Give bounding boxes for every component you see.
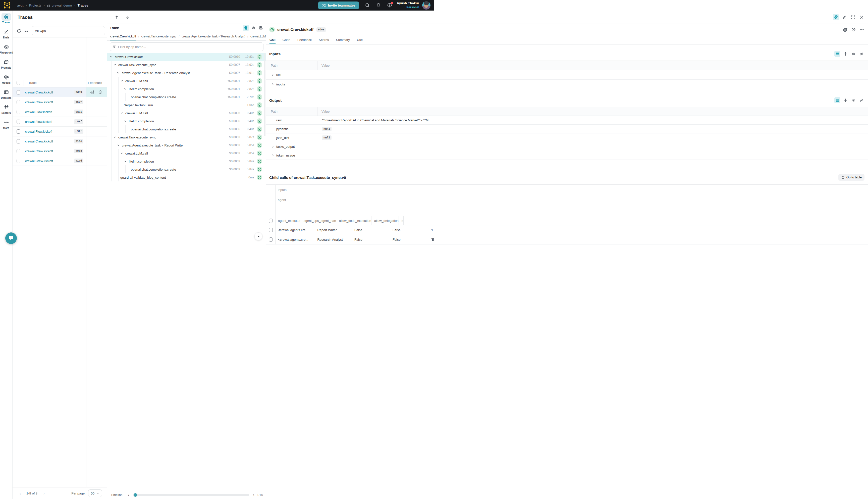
call-tree-row[interactable]: openai.chat.completions.create <$0.0001 … <box>107 93 266 101</box>
table-row[interactable]: crewai.Flow.kickoff c59f <box>13 117 107 126</box>
tab[interactable]: Use <box>357 36 363 44</box>
op-name-filter[interactable] <box>110 42 263 51</box>
call-tree-row[interactable]: crewai.Agent.execute_task - 'Research An… <box>107 69 266 77</box>
tab[interactable]: Code <box>282 36 290 44</box>
row-checkbox[interactable] <box>16 149 20 153</box>
row-checkbox[interactable] <box>269 228 273 232</box>
output-row[interactable]: pydantic null <box>266 125 434 133</box>
notifications-bell-icon[interactable] <box>376 3 381 8</box>
flame-graph-icon[interactable] <box>258 25 264 31</box>
trace-link[interactable]: crewai.Crew.kickoff <box>25 139 53 143</box>
chevron-down-icon[interactable] <box>116 143 120 147</box>
trace-link[interactable]: crewai.Flow.kickoff <box>25 110 52 114</box>
user-avatar[interactable] <box>422 1 431 10</box>
output-row[interactable]: tasks_output <box>266 142 434 151</box>
table-row[interactable]: crewai.Crew.kickoff e058 <box>13 146 107 156</box>
sidebar-item-datasets[interactable]: Datasets <box>0 88 13 104</box>
sidebar-item-evals[interactable]: Evals <box>0 28 13 43</box>
chevron-down-icon[interactable] <box>123 159 127 163</box>
call-tree-row[interactable]: crewai.LLM.call $0.0003 5.85s <box>107 149 266 157</box>
chevron-down-icon[interactable] <box>120 151 124 155</box>
chevron-right-icon[interactable] <box>271 73 275 77</box>
chevron-down-icon[interactable] <box>123 119 127 123</box>
select-all-checkbox[interactable] <box>269 219 273 223</box>
chevron-down-icon[interactable] <box>116 71 120 75</box>
trace-breadcrumb-item[interactable]: crewai.Agent.execute_task - 'Research An… <box>176 32 245 41</box>
breadcrumb-org[interactable]: ayut <box>17 3 24 7</box>
add-reaction-icon[interactable] <box>90 90 95 95</box>
call-tree-row[interactable]: crewai.LLM.call <$0.0001 2.82s <box>107 77 266 85</box>
chevron-down-icon[interactable] <box>109 55 113 59</box>
select-all-checkbox[interactable] <box>16 81 20 85</box>
row-checkbox[interactable] <box>16 110 20 114</box>
table-row[interactable]: crewai.Crew.kickoff 316c <box>13 136 107 146</box>
chevron-down-icon[interactable] <box>113 63 117 67</box>
prev-call-icon[interactable] <box>113 13 120 21</box>
child-call-row[interactable]: <crewai.agents.cre... 'Report Writer' Fa… <box>266 226 434 235</box>
chevron-down-icon[interactable] <box>113 135 117 139</box>
search-icon[interactable] <box>365 3 370 8</box>
column-header[interactable]: allow_delegation <box>371 216 399 225</box>
column-header[interactable]: agent_ops_agent_nan <box>301 216 336 225</box>
call-tree-row[interactable]: SerperDevTool._run 1.66s <box>107 101 266 109</box>
help-icon[interactable] <box>387 3 392 8</box>
trace-link[interactable]: crewai.Crew.kickoff <box>25 149 53 153</box>
table-row[interactable]: crewai.Crew.kickoff 657f <box>13 97 107 107</box>
trace-link[interactable]: crewai.Crew.kickoff <box>25 159 53 163</box>
feedback-column-header[interactable]: Feedback <box>88 81 102 85</box>
output-row[interactable]: token_usage <box>266 151 434 160</box>
trace-breadcrumb-item[interactable]: crewai.Task.execute_sync <box>136 32 176 41</box>
call-tree-row[interactable]: crewai.Crew.kickoff $0.0010 19.83s <box>107 53 266 61</box>
trace-link[interactable]: crewai.Crew.kickoff <box>25 90 53 94</box>
tree-view-icon[interactable] <box>243 25 249 31</box>
tab[interactable]: Summary <box>336 36 350 44</box>
column-settings-icon[interactable] <box>23 27 30 34</box>
refresh-icon[interactable] <box>15 27 23 34</box>
sidebar-item-more[interactable]: More <box>0 119 13 134</box>
collapse-timeline-button[interactable] <box>255 232 262 241</box>
row-checkbox[interactable] <box>16 120 20 124</box>
chevron-down-icon[interactable] <box>120 79 124 83</box>
output-row[interactable]: json_dict null <box>266 133 434 142</box>
chevron-down-icon[interactable] <box>123 87 127 91</box>
ops-filter-select[interactable]: All Ops <box>32 26 105 35</box>
call-tree-row[interactable]: guardrail-validate_blog_content 0ms <box>107 173 266 181</box>
child-call-row[interactable]: <crewai.agents.cre... 'Research Analyst'… <box>266 235 434 244</box>
sidebar-item-scorers[interactable]: Scorers <box>0 104 13 119</box>
trace-column-header[interactable]: Trace <box>28 81 85 85</box>
tab[interactable]: Scores <box>319 36 329 44</box>
call-tree-row[interactable]: litellm.completion <$0.0001 2.82s <box>107 85 266 93</box>
call-tree-row[interactable]: crewai.Agent.execute_task - 'Report Writ… <box>107 141 266 149</box>
chevron-right-icon[interactable] <box>271 82 275 86</box>
table-row[interactable]: crewai.Crew.kickoff a17d <box>13 156 107 166</box>
op-name-filter-input[interactable] <box>118 45 261 49</box>
row-checkbox[interactable] <box>16 139 20 144</box>
next-call-icon[interactable] <box>123 13 131 21</box>
row-checkbox[interactable] <box>16 90 20 95</box>
comment-icon[interactable] <box>98 90 103 95</box>
trace-link[interactable]: crewai.Flow.kickoff <box>25 130 52 133</box>
input-row[interactable]: inputs <box>266 80 434 89</box>
user-menu[interactable]: Ayush Thakur Personal <box>397 1 419 9</box>
row-checkbox[interactable] <box>269 238 273 242</box>
code-view-icon[interactable] <box>250 25 257 31</box>
column-header[interactable]: allow_code_execution <box>336 216 371 225</box>
breadcrumb-projects[interactable]: Projects <box>29 3 41 7</box>
call-tree-row[interactable]: openai.chat.completions.create $0.0003 5… <box>107 165 266 173</box>
table-row[interactable]: crewai.Flow.kickoff eab1 <box>13 107 107 117</box>
call-tree-row[interactable]: crewai.Task.execute_sync $0.0003 5.87s <box>107 133 266 141</box>
table-row[interactable]: crewai.Crew.kickoff 9d89 <box>13 87 107 97</box>
row-checkbox[interactable] <box>16 100 20 104</box>
tab[interactable]: Call <box>269 36 276 44</box>
call-tree-row[interactable]: litellm.completion $0.0003 5.84s <box>107 157 266 165</box>
sidebar-item-prompts[interactable]: Prompts <box>0 58 13 73</box>
row-checkbox[interactable] <box>16 130 20 134</box>
invite-teammates-button[interactable]: Invite teammates <box>318 1 359 9</box>
column-header[interactable]: agent_executor <box>275 216 301 225</box>
row-checkbox[interactable] <box>16 159 20 163</box>
chevron-right-icon[interactable] <box>271 153 275 157</box>
breadcrumb-project[interactable]: crewai_demo <box>47 3 72 7</box>
trace-breadcrumb-item[interactable]: crewai.Crew.kickoff <box>110 32 136 41</box>
column-header[interactable]: b <box>399 216 404 225</box>
output-row[interactable]: raw **Investment Report: AI in Chemical … <box>266 116 434 125</box>
